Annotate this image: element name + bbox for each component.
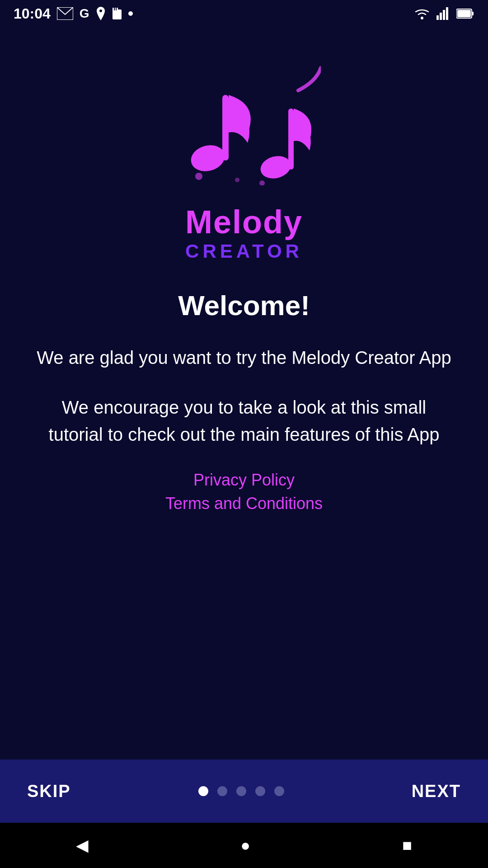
- svg-point-1: [99, 9, 102, 12]
- bottom-nav: SKIP NEXT: [0, 760, 488, 823]
- welcome-title: Welcome!: [178, 289, 310, 321]
- dot-3: [236, 786, 246, 796]
- sdcard-icon: [112, 7, 122, 20]
- google-icon: G: [80, 6, 89, 21]
- app-name-melody: Melody: [185, 203, 303, 241]
- app-name: Melody CREATOR: [185, 203, 303, 262]
- svg-point-16: [258, 153, 293, 182]
- notification-dot: [128, 11, 133, 16]
- music-notes-icon: [167, 54, 321, 185]
- pagination-dots: [198, 786, 284, 796]
- dot-2: [217, 786, 227, 796]
- location-icon: [96, 7, 106, 20]
- svg-point-14: [188, 142, 228, 175]
- android-nav-bar: ◀ ● ■: [0, 823, 488, 868]
- signal-icon: [436, 7, 450, 20]
- links-area: Privacy Policy Terms and Conditions: [165, 471, 323, 513]
- svg-rect-7: [436, 15, 439, 20]
- svg-rect-13: [457, 10, 471, 17]
- tutorial-text: We encourage you to take a look at this …: [36, 394, 452, 448]
- status-bar: 10:04 G: [0, 0, 488, 27]
- status-left: 10:04 G: [14, 5, 133, 22]
- android-home-button[interactable]: ●: [240, 836, 250, 855]
- gmail-icon: [57, 7, 73, 20]
- svg-rect-10: [446, 7, 448, 20]
- dot-4: [255, 786, 265, 796]
- app-name-creator: CREATOR: [185, 241, 303, 262]
- skip-button[interactable]: SKIP: [27, 782, 71, 801]
- terms-conditions-link[interactable]: Terms and Conditions: [165, 494, 323, 513]
- dot-5: [274, 786, 284, 796]
- status-time: 10:04: [14, 5, 51, 22]
- svg-rect-8: [440, 13, 442, 20]
- battery-icon: [456, 8, 474, 19]
- svg-point-20: [235, 178, 239, 182]
- android-back-button[interactable]: ◀: [76, 836, 89, 855]
- dot-1: [198, 786, 208, 796]
- main-content: Melody CREATOR Welcome! We are glad you …: [0, 27, 488, 760]
- svg-rect-9: [443, 10, 445, 20]
- svg-rect-15: [222, 95, 229, 160]
- android-recents-button[interactable]: ■: [402, 836, 412, 855]
- next-button[interactable]: NEXT: [412, 782, 461, 801]
- svg-rect-4: [114, 8, 115, 10]
- svg-point-19: [259, 180, 265, 185]
- svg-point-6: [421, 17, 423, 19]
- svg-rect-5: [116, 8, 117, 10]
- wifi-icon: [414, 7, 430, 20]
- logo-area: [167, 54, 321, 185]
- svg-rect-12: [472, 12, 474, 15]
- svg-rect-3: [113, 8, 118, 11]
- svg-rect-17: [288, 108, 294, 170]
- svg-point-18: [195, 173, 202, 180]
- welcome-subtitle: We are glad you want to try the Melody C…: [37, 344, 451, 371]
- privacy-policy-link[interactable]: Privacy Policy: [193, 471, 295, 490]
- status-right: [414, 7, 474, 20]
